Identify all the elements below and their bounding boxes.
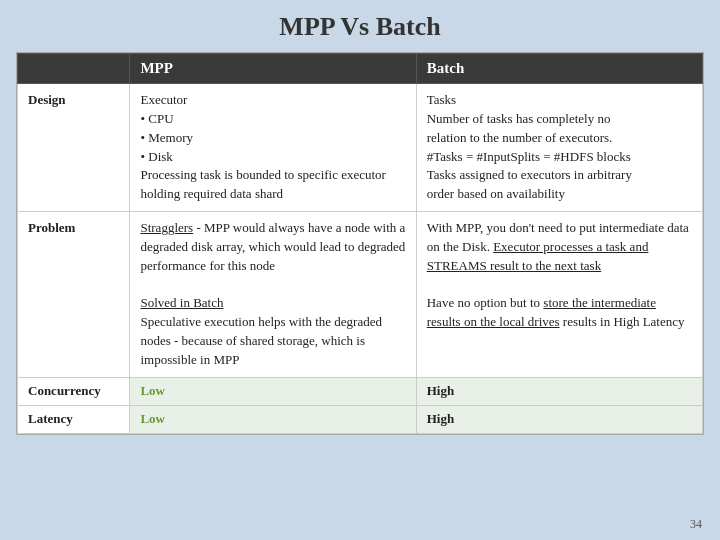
concurrency-row: Concurrency Low High [18, 377, 703, 405]
executor-list: CPU Memory Disk [140, 110, 405, 167]
tasks-line6: order based on availability [427, 186, 565, 201]
problem-batch: With MPP, you don't need to put intermed… [416, 212, 702, 378]
table-header: MPP Batch [18, 54, 703, 84]
page-title: MPP Vs Batch [279, 12, 440, 42]
comparison-table: MPP Batch Design Executor CPU Memory Dis… [16, 52, 704, 435]
header-mpp: MPP [130, 54, 416, 84]
concurrency-mpp: Low [130, 377, 416, 405]
concurrency-batch: High [416, 377, 702, 405]
speculative-text: Speculative execution helps with the deg… [140, 314, 382, 367]
tasks-line4: #Tasks = #InputSplits = #HDFS blocks [427, 149, 631, 164]
latency-batch-value: High [427, 411, 454, 426]
disk-item: Disk [140, 148, 405, 167]
design-row: Design Executor CPU Memory Disk Processi… [18, 84, 703, 212]
concurrency-mpp-value: Low [140, 383, 165, 398]
design-mpp: Executor CPU Memory Disk Processing task… [130, 84, 416, 212]
cpu-item: CPU [140, 110, 405, 129]
tasks-line5: Tasks assigned to executors in arbitrary [427, 167, 632, 182]
latency-mpp-value: Low [140, 411, 165, 426]
problem-label: Problem [18, 212, 130, 378]
concurrency-label: Concurrency [18, 377, 130, 405]
high-latency-text: results in High Latency [560, 314, 685, 329]
design-mpp-extra: Processing task is bounded to specific e… [140, 167, 386, 201]
design-label: Design [18, 84, 130, 212]
concurrency-batch-value: High [427, 383, 454, 398]
solved-batch-label: Solved in Batch [140, 295, 223, 310]
problem-mpp: Stragglers - MPP would always have a nod… [130, 212, 416, 378]
latency-batch: High [416, 405, 702, 433]
header-col0 [18, 54, 130, 84]
memory-item: Memory [140, 129, 405, 148]
stragglers-label: Stragglers [140, 220, 193, 235]
design-batch: Tasks Number of tasks has completely no … [416, 84, 702, 212]
tasks-line1: Tasks [427, 92, 456, 107]
latency-mpp: Low [130, 405, 416, 433]
header-batch: Batch [416, 54, 702, 84]
problem-row: Problem Stragglers - MPP would always ha… [18, 212, 703, 378]
latency-row: Latency Low High [18, 405, 703, 433]
have-no-option-text: Have no option but to [427, 295, 544, 310]
tasks-line3: relation to the number of executors. [427, 130, 613, 145]
executor-label: Executor [140, 92, 187, 107]
page-number: 34 [690, 517, 702, 532]
latency-label: Latency [18, 405, 130, 433]
tasks-line2: Number of tasks has completely no [427, 111, 611, 126]
